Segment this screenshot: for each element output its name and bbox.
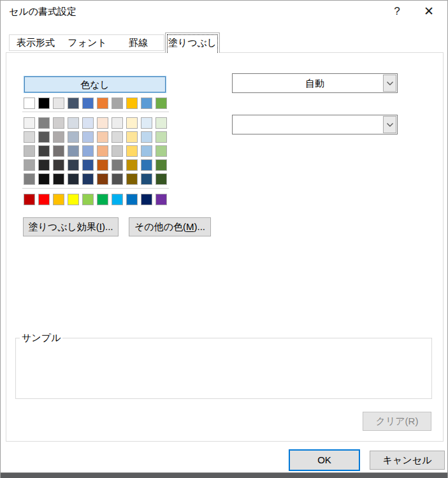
- palette-separator: [22, 188, 169, 189]
- color-swatch[interactable]: [82, 131, 94, 143]
- tab-fill[interactable]: 塗りつぶし: [165, 33, 220, 53]
- no-color-button[interactable]: 色なし: [24, 76, 166, 93]
- ok-button[interactable]: OK: [289, 449, 360, 471]
- color-swatch[interactable]: [141, 131, 152, 143]
- color-swatch[interactable]: [141, 117, 152, 129]
- sample-groupbox: サンプル: [15, 338, 432, 399]
- color-swatch[interactable]: [82, 159, 94, 171]
- color-swatch[interactable]: [53, 173, 64, 185]
- color-swatch[interactable]: [155, 145, 167, 157]
- color-swatch[interactable]: [97, 173, 108, 185]
- help-icon: ?: [394, 5, 400, 17]
- color-swatch[interactable]: [126, 131, 138, 143]
- color-swatch[interactable]: [97, 145, 108, 157]
- fill-effects-button[interactable]: 塗りつぶし効果(I)...: [23, 217, 119, 236]
- color-swatch[interactable]: [24, 194, 35, 205]
- color-swatch[interactable]: [112, 145, 123, 157]
- color-swatch[interactable]: [82, 98, 94, 109]
- color-swatch[interactable]: [112, 117, 123, 129]
- color-swatch[interactable]: [38, 98, 50, 109]
- color-swatch[interactable]: [141, 98, 152, 109]
- color-swatch[interactable]: [82, 194, 94, 205]
- color-swatch[interactable]: [97, 98, 108, 109]
- color-swatch[interactable]: [68, 194, 79, 205]
- palette-standard-row: [24, 194, 168, 205]
- color-swatch[interactable]: [112, 173, 123, 185]
- color-swatch[interactable]: [53, 145, 64, 157]
- color-swatch[interactable]: [53, 98, 64, 109]
- color-swatch[interactable]: [68, 117, 79, 129]
- color-swatch[interactable]: [155, 117, 167, 129]
- more-colors-button[interactable]: その他の色(M)...: [129, 217, 211, 236]
- color-swatch[interactable]: [155, 131, 167, 143]
- color-swatch[interactable]: [97, 159, 108, 171]
- color-swatch[interactable]: [24, 131, 35, 143]
- color-swatch[interactable]: [112, 131, 123, 143]
- color-swatch[interactable]: [97, 194, 108, 205]
- dropdown-arrow-button[interactable]: [383, 75, 396, 92]
- color-swatch[interactable]: [126, 145, 138, 157]
- color-swatch[interactable]: [155, 159, 167, 171]
- color-swatch[interactable]: [126, 173, 138, 185]
- pattern-style-dropdown[interactable]: [232, 115, 398, 134]
- color-swatch[interactable]: [141, 145, 152, 157]
- color-swatch[interactable]: [24, 159, 35, 171]
- cancel-button[interactable]: キャンセル: [370, 451, 445, 470]
- clear-button[interactable]: クリア(R): [363, 412, 431, 431]
- color-swatch[interactable]: [126, 117, 138, 129]
- tab-font[interactable]: フォント: [62, 34, 113, 51]
- color-swatch[interactable]: [68, 98, 79, 109]
- color-swatch[interactable]: [141, 173, 152, 185]
- help-button[interactable]: ?: [382, 1, 412, 22]
- color-swatch[interactable]: [68, 131, 79, 143]
- color-swatch[interactable]: [53, 194, 64, 205]
- color-swatch[interactable]: [68, 173, 79, 185]
- dropdown-arrow-button[interactable]: [383, 116, 396, 133]
- color-swatch[interactable]: [24, 145, 35, 157]
- color-swatch[interactable]: [97, 131, 108, 143]
- color-swatch[interactable]: [141, 159, 152, 171]
- color-swatch[interactable]: [82, 173, 94, 185]
- color-swatch[interactable]: [53, 131, 64, 143]
- color-swatch[interactable]: [38, 145, 50, 157]
- color-swatch[interactable]: [24, 117, 35, 129]
- color-swatch[interactable]: [97, 117, 108, 129]
- color-swatch[interactable]: [112, 159, 123, 171]
- dialog-title: セルの書式設定: [9, 6, 76, 18]
- palette-theme-row: [24, 98, 168, 109]
- color-swatch[interactable]: [38, 117, 50, 129]
- title-bar: セルの書式設定 ? ✕: [1, 1, 447, 22]
- palette-tint-row: [24, 159, 168, 171]
- color-swatch[interactable]: [38, 194, 50, 205]
- tab-border[interactable]: 罫線: [113, 34, 164, 51]
- color-swatch[interactable]: [126, 98, 138, 109]
- color-swatch[interactable]: [82, 145, 94, 157]
- color-swatch[interactable]: [68, 145, 79, 157]
- color-swatch[interactable]: [126, 159, 138, 171]
- chevron-down-icon: [386, 81, 394, 86]
- color-swatch[interactable]: [112, 98, 123, 109]
- pattern-color-dropdown[interactable]: 自動: [232, 73, 398, 93]
- color-swatch[interactable]: [24, 98, 35, 109]
- color-swatch[interactable]: [38, 159, 50, 171]
- color-swatch[interactable]: [68, 159, 79, 171]
- color-swatch[interactable]: [112, 194, 123, 205]
- color-swatch[interactable]: [155, 194, 167, 205]
- color-swatch[interactable]: [53, 159, 64, 171]
- color-swatch[interactable]: [126, 194, 138, 205]
- chevron-down-icon: [386, 122, 394, 127]
- color-swatch[interactable]: [24, 173, 35, 185]
- palette-separator: [22, 112, 169, 112]
- palette-tint-row: [24, 145, 168, 157]
- color-swatch[interactable]: [141, 194, 152, 205]
- tab-number-format[interactable]: 表示形式: [9, 34, 62, 51]
- close-button[interactable]: ✕: [414, 1, 444, 22]
- color-swatch[interactable]: [155, 173, 167, 185]
- palette-tint-row: [24, 131, 168, 143]
- color-swatch[interactable]: [53, 117, 64, 129]
- color-swatch[interactable]: [82, 117, 94, 129]
- color-swatch[interactable]: [155, 98, 167, 109]
- window-bottom-edge: [1, 472, 447, 478]
- color-swatch[interactable]: [38, 131, 50, 143]
- color-swatch[interactable]: [38, 173, 50, 185]
